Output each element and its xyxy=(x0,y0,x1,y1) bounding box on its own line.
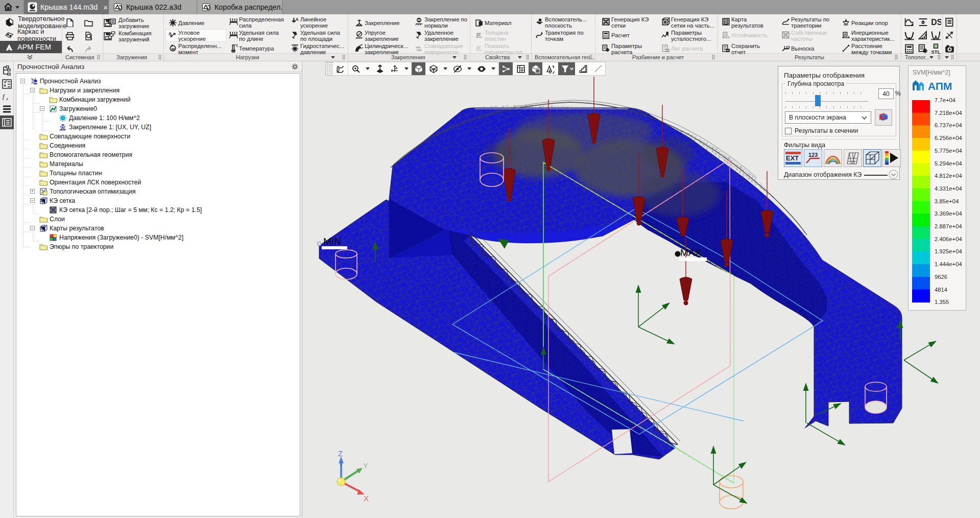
svg-text:3.369e+04: 3.369e+04 xyxy=(935,210,962,217)
svg-text:Z: Z xyxy=(338,449,343,458)
svg-text:123: 123 xyxy=(808,152,818,158)
svg-text:2.406e+04: 2.406e+04 xyxy=(935,236,962,242)
svg-text:5.294e+04: 5.294e+04 xyxy=(935,160,962,167)
svg-text:f: f xyxy=(3,92,6,100)
svg-text:1.925e+04: 1.925e+04 xyxy=(935,248,962,254)
svg-text:2.887e+04: 2.887e+04 xyxy=(935,223,962,229)
svg-text:1.444e+04: 1.444e+04 xyxy=(935,261,962,267)
svg-text:X: X xyxy=(364,494,369,503)
svg-text:4.331e+04: 4.331e+04 xyxy=(935,185,962,192)
svg-text:5.775e+04: 5.775e+04 xyxy=(935,148,962,154)
svg-text:7.7e+04: 7.7e+04 xyxy=(935,97,955,103)
svg-text:MIN: MIN xyxy=(323,236,341,247)
svg-text:MAX: MAX xyxy=(680,247,702,258)
svg-text:Y: Y xyxy=(363,461,368,470)
svg-text:9626: 9626 xyxy=(935,274,947,280)
svg-text:4814: 4814 xyxy=(935,287,947,293)
svg-text:4.812e+04: 4.812e+04 xyxy=(935,173,962,179)
svg-text:x: x xyxy=(6,96,8,101)
svg-text:6.256e+04: 6.256e+04 xyxy=(935,135,962,141)
svg-text:7.218e+04: 7.218e+04 xyxy=(935,110,962,116)
svg-text:6.737e+04: 6.737e+04 xyxy=(935,122,962,128)
svg-text:EXT: EXT xyxy=(786,154,799,162)
svg-text:1.355: 1.355 xyxy=(935,299,949,305)
svg-text:3.85e+04: 3.85e+04 xyxy=(935,198,959,204)
